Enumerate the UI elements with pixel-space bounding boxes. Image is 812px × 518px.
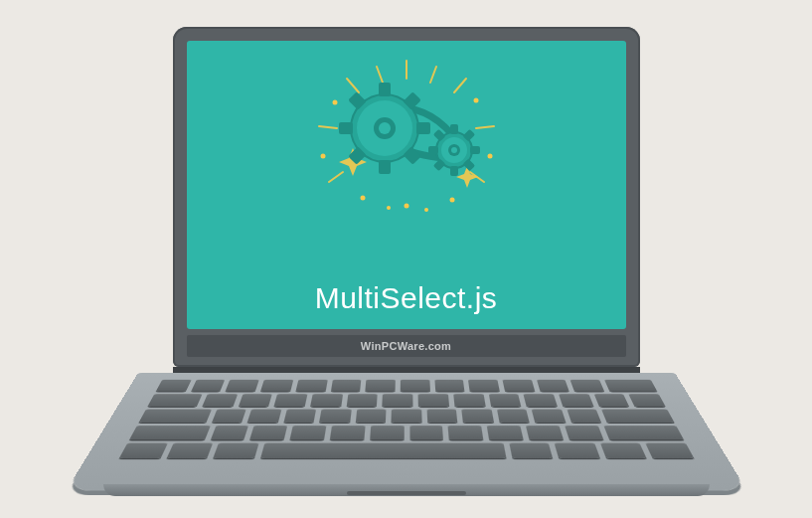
key (155, 379, 191, 391)
svg-point-17 (424, 208, 428, 212)
key (525, 425, 563, 438)
svg-line-4 (476, 126, 494, 128)
svg-rect-19 (379, 83, 391, 96)
key (400, 379, 429, 391)
key (488, 394, 521, 407)
svg-line-3 (319, 126, 337, 128)
trackpad-notch (347, 491, 466, 495)
svg-point-16 (387, 206, 391, 210)
laptop-illustration: MultiSelect.js WinPCWare.com (98, 27, 715, 492)
key (329, 425, 365, 438)
key (461, 409, 493, 422)
key (210, 425, 248, 438)
svg-line-5 (329, 172, 343, 182)
key (260, 379, 293, 391)
key (628, 394, 665, 407)
key (330, 379, 361, 391)
svg-point-29 (379, 122, 391, 134)
svg-rect-34 (470, 146, 480, 154)
key (496, 409, 529, 422)
svg-point-9 (332, 99, 337, 104)
key (211, 409, 245, 422)
key (468, 379, 500, 391)
key (295, 379, 327, 391)
key (408, 425, 442, 438)
key (564, 425, 602, 438)
svg-rect-22 (416, 122, 430, 134)
key (246, 409, 280, 422)
key (202, 394, 238, 407)
key (502, 379, 534, 391)
key (365, 379, 395, 391)
laptop-lid: MultiSelect.js WinPCWare.com (173, 27, 640, 367)
key (417, 394, 448, 407)
key (536, 379, 568, 391)
key (601, 409, 674, 422)
key (558, 394, 592, 407)
key (567, 409, 601, 422)
key-row (118, 442, 693, 458)
key (355, 409, 386, 422)
keyboard (110, 379, 702, 472)
key (509, 442, 553, 458)
brand-label: WinPCWare.com (361, 340, 451, 352)
key (645, 442, 694, 458)
key (273, 394, 307, 407)
gears-icon (277, 49, 536, 228)
key (249, 425, 287, 438)
svg-point-12 (487, 153, 492, 158)
key (129, 425, 210, 438)
svg-rect-20 (379, 160, 391, 174)
key (434, 379, 465, 391)
svg-rect-33 (428, 146, 438, 154)
key (226, 379, 259, 391)
key (486, 425, 523, 438)
key (604, 379, 657, 391)
svg-line-1 (347, 79, 359, 92)
key (531, 409, 565, 422)
key (310, 394, 343, 407)
key (426, 409, 457, 422)
svg-point-15 (404, 203, 408, 208)
key (369, 425, 403, 438)
svg-line-7 (377, 67, 383, 83)
key (190, 379, 225, 391)
laptop-front-edge (103, 484, 710, 496)
svg-point-13 (360, 195, 365, 200)
key-row (147, 394, 665, 407)
key (147, 394, 202, 407)
svg-point-11 (320, 153, 325, 158)
key (213, 442, 258, 458)
svg-rect-31 (450, 124, 458, 134)
key (523, 394, 557, 407)
key (283, 409, 316, 422)
key (452, 394, 484, 407)
key-row (129, 425, 684, 438)
key-row (138, 409, 674, 422)
svg-point-14 (449, 197, 454, 202)
key (118, 442, 167, 458)
laptop-screen: MultiSelect.js (187, 41, 626, 329)
key (599, 442, 646, 458)
svg-point-10 (473, 97, 478, 102)
key (238, 394, 272, 407)
svg-line-8 (430, 67, 436, 83)
filename-label: MultiSelect.js (315, 281, 498, 315)
key (289, 425, 326, 438)
key-row (155, 379, 656, 391)
key (166, 442, 213, 458)
brand-strip: WinPCWare.com (187, 335, 626, 357)
keyboard-deck (66, 373, 746, 490)
svg-rect-21 (339, 122, 353, 134)
key (319, 409, 351, 422)
key (569, 379, 603, 391)
key-space (259, 442, 506, 458)
key (602, 425, 683, 438)
key (391, 409, 421, 422)
key (138, 409, 211, 422)
key (382, 394, 412, 407)
key (593, 394, 629, 407)
svg-rect-32 (450, 166, 458, 176)
key (447, 425, 483, 438)
key (346, 394, 378, 407)
